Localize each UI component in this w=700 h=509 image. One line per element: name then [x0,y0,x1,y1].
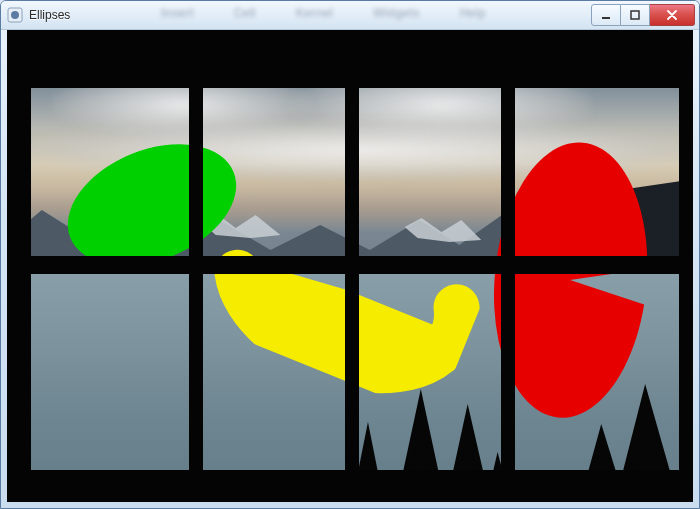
scene [7,30,693,502]
svg-point-1 [11,11,19,19]
svg-rect-3 [631,11,639,19]
image-canvas [7,30,693,502]
window-title: Ellipses [29,8,591,22]
app-icon [7,7,23,23]
red-ellipse [478,134,662,427]
maximize-button[interactable] [621,4,650,26]
svg-rect-2 [602,17,610,19]
minimize-button[interactable] [591,4,621,26]
window-controls [591,4,695,26]
close-button[interactable] [650,4,695,26]
titlebar[interactable]: Ellipses [1,1,699,30]
app-window: Insert Cell Kernel Widgets Help Ellipses [0,0,700,509]
